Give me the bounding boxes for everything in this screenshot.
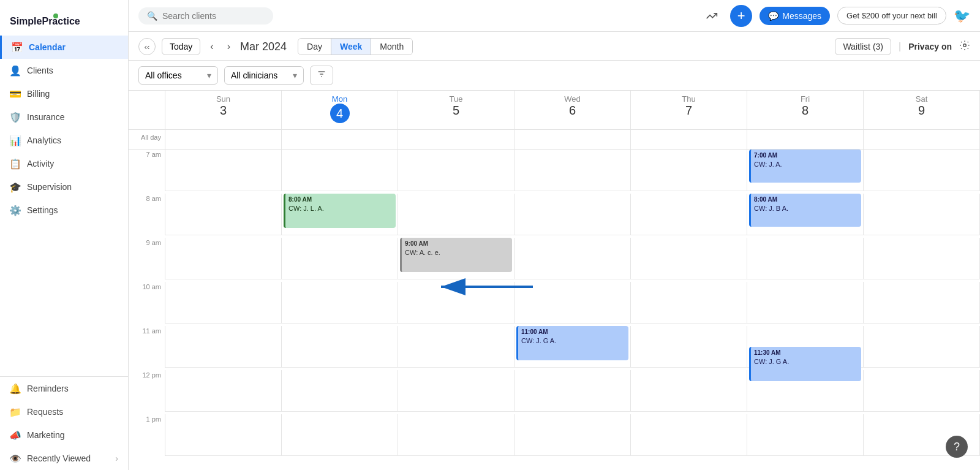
cell-thu-11am[interactable] (631, 326, 747, 368)
sidebar-item-billing[interactable]: 💳 Billing (0, 82, 128, 105)
clinicians-filter[interactable]: All clinicians ▾ (224, 66, 304, 85)
next-button[interactable]: › (224, 39, 234, 55)
event-time: 8:00 AM (754, 195, 858, 204)
cell-sun-11am[interactable] (165, 326, 282, 368)
sidebar-item-activity[interactable]: 📋 Activity (0, 152, 128, 175)
cell-mon-1pm[interactable] (282, 414, 398, 456)
cell-wed-8am[interactable] (514, 194, 631, 235)
sidebar-item-marketing[interactable]: 📣 Marketing (0, 423, 128, 447)
sidebar-item-label: Requests (27, 407, 63, 417)
event-label: CW: J. L. A. (288, 204, 393, 213)
view-month-button[interactable]: Month (371, 39, 412, 55)
allday-cell-tue[interactable] (398, 130, 514, 150)
sidebar-item-settings[interactable]: ⚙️ Settings (0, 199, 128, 222)
cell-tue-9am[interactable]: 9:00 AM CW: A. c. e. (398, 238, 514, 279)
cell-mon-12pm[interactable] (282, 370, 398, 412)
help-button[interactable]: ? (946, 436, 968, 458)
cell-wed-1pm[interactable] (514, 414, 631, 456)
day-header-wed: Wed 6 (514, 91, 631, 130)
cell-tue-11am[interactable] (398, 326, 514, 368)
cell-fri-10am[interactable] (747, 282, 864, 324)
today-button[interactable]: Today (162, 38, 200, 55)
allday-cell-mon[interactable] (282, 130, 398, 150)
cell-mon-9am[interactable] (282, 238, 398, 279)
event-fri-1130am[interactable]: 11:30 AM CW: J. G A. (749, 347, 861, 381)
cell-tue-7am[interactable] (398, 150, 514, 191)
cell-fri-1pm[interactable] (747, 414, 864, 456)
cell-tue-12pm[interactable] (398, 370, 514, 412)
cell-sun-7am[interactable] (165, 150, 282, 191)
cell-wed-7am[interactable] (514, 150, 631, 191)
cell-sat-8am[interactable] (864, 194, 980, 235)
waitlist-button[interactable]: Waitlist (3) (835, 38, 891, 55)
cell-thu-9am[interactable] (631, 238, 747, 279)
cell-tue-1pm[interactable] (398, 414, 514, 456)
cell-fri-8am[interactable]: 8:00 AM CW: J. B A. (747, 194, 864, 235)
cell-sun-12pm[interactable] (165, 370, 282, 412)
sidebar-item-reminders[interactable]: 🔔 Reminders (0, 377, 128, 400)
sidebar-item-clients[interactable]: 👤 Clients (0, 59, 128, 82)
add-button[interactable]: + (730, 5, 752, 27)
cell-sat-9am[interactable] (864, 238, 980, 279)
cell-fri-7am[interactable]: 7:00 AM CW: J. A. (747, 150, 864, 191)
cell-tue-10am[interactable] (398, 282, 514, 324)
sidebar-item-calendar[interactable]: 📅 Calendar (0, 36, 128, 59)
cell-sat-12pm[interactable] (864, 370, 980, 412)
sidebar-item-supervision[interactable]: 🎓 Supervision (0, 175, 128, 199)
cell-mon-7am[interactable] (282, 150, 398, 191)
search-input[interactable] (162, 11, 260, 21)
view-day-button[interactable]: Day (298, 39, 331, 55)
event-fri-7am[interactable]: 7:00 AM CW: J. A. (749, 150, 861, 183)
cell-sat-7am[interactable] (864, 150, 980, 191)
allday-cell-sat[interactable] (864, 130, 980, 150)
cell-thu-7am[interactable] (631, 150, 747, 191)
cell-thu-1pm[interactable] (631, 414, 747, 456)
event-tue-9am[interactable]: 9:00 AM CW: A. c. e. (400, 238, 512, 272)
view-week-button[interactable]: Week (331, 39, 371, 55)
cell-sun-10am[interactable] (165, 282, 282, 324)
cell-wed-11am[interactable]: 11:00 AM CW: J. G A. (514, 326, 631, 368)
cell-fri-11am[interactable]: 11:30 AM CW: J. G A. (747, 326, 864, 368)
cell-thu-10am[interactable] (631, 282, 747, 324)
cell-tue-8am[interactable] (398, 194, 514, 235)
filter-options-button[interactable] (310, 66, 333, 85)
allday-cell-sun[interactable] (165, 130, 282, 150)
cell-mon-8am[interactable]: 8:00 AM CW: J. L. A. (282, 194, 398, 235)
cell-sat-11am[interactable] (864, 326, 980, 368)
cell-mon-11am[interactable] (282, 326, 398, 368)
cell-sun-8am[interactable] (165, 194, 282, 235)
cell-fri-9am[interactable] (747, 238, 864, 279)
calendar-settings-button[interactable] (959, 40, 970, 54)
collapse-button[interactable]: ‹‹ (138, 38, 156, 55)
bird-icon: 🐦 (954, 8, 970, 24)
promo-button[interactable]: Get $200 off your next bill (837, 7, 946, 25)
offices-filter[interactable]: All offices ▾ (138, 66, 218, 85)
cell-thu-8am[interactable] (631, 194, 747, 235)
cell-wed-10am[interactable] (514, 282, 631, 324)
sidebar-item-analytics[interactable]: 📊 Analytics (0, 129, 128, 152)
sidebar-item-insurance[interactable]: 🛡️ Insurance (0, 105, 128, 129)
cell-wed-12pm[interactable] (514, 370, 631, 412)
prev-button[interactable]: ‹ (206, 39, 217, 55)
event-mon-8am[interactable]: 8:00 AM CW: J. L. A. (284, 194, 396, 228)
time-label-1pm: 1 pm (129, 414, 165, 456)
cell-sat-10am[interactable] (864, 282, 980, 324)
sidebar-item-label: Insurance (27, 112, 64, 122)
cell-thu-12pm[interactable] (631, 370, 747, 412)
cell-sun-9am[interactable] (165, 238, 282, 279)
privacy-button[interactable]: Privacy on (908, 42, 952, 51)
trend-icon-button[interactable] (701, 5, 723, 27)
sidebar-item-requests[interactable]: 📁 Requests (0, 400, 128, 423)
allday-cell-fri[interactable] (747, 130, 864, 150)
allday-cell-wed[interactable] (514, 130, 631, 150)
messages-button[interactable]: 💬 Messages (760, 7, 830, 25)
cell-mon-10am[interactable] (282, 282, 398, 324)
search-box[interactable]: 🔍 (138, 7, 273, 25)
event-wed-11am[interactable]: 11:00 AM CW: J. G A. (516, 326, 628, 360)
day-num-fri: 8 (747, 104, 863, 118)
cell-sun-1pm[interactable] (165, 414, 282, 456)
sidebar-item-recently-viewed[interactable]: 👁️ Recently Viewed › (0, 447, 128, 470)
cell-wed-9am[interactable] (514, 238, 631, 279)
event-fri-8am[interactable]: 8:00 AM CW: J. B A. (749, 194, 861, 227)
allday-cell-thu[interactable] (631, 130, 747, 150)
